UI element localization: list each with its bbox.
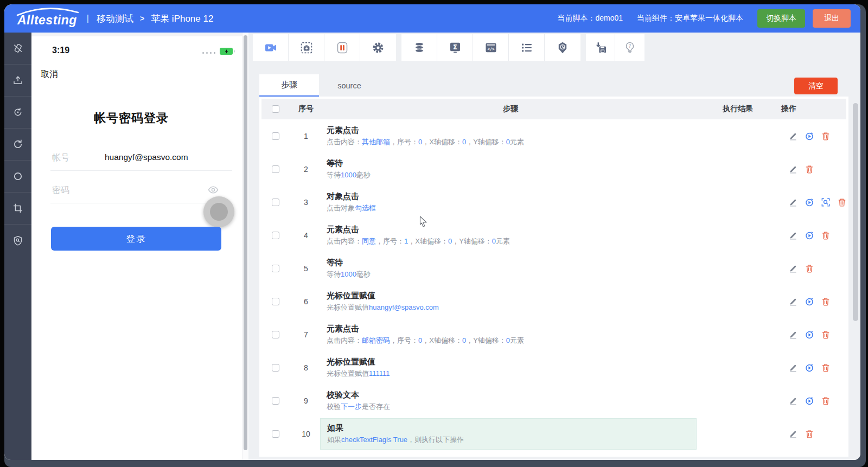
run-step-icon[interactable] <box>805 198 814 207</box>
row-actions <box>781 231 846 240</box>
row-checkbox[interactable] <box>272 199 279 206</box>
edit-step-icon[interactable] <box>789 297 797 306</box>
status-time: 3:19 <box>52 46 69 55</box>
top-header: Alltesting | 移动测试 > 苹果 iPhone 12 当前脚本：de… <box>4 4 860 33</box>
toolbar-list-icon[interactable] <box>509 34 545 61</box>
select-all-checkbox[interactable] <box>272 105 279 113</box>
tab-source[interactable]: source <box>319 74 380 97</box>
sidebar-shield-search-icon[interactable] <box>4 225 31 257</box>
sidebar-refresh-icon[interactable] <box>4 129 31 161</box>
battery-icon <box>220 48 233 55</box>
toolbar-save-import-icon[interactable] <box>586 34 615 61</box>
delete-step-icon[interactable] <box>821 132 830 140</box>
edit-step-icon[interactable] <box>789 198 797 207</box>
edit-step-icon[interactable] <box>789 330 797 339</box>
row-checkbox[interactable] <box>272 430 279 438</box>
phone-scrollbar-thumb[interactable] <box>244 35 247 450</box>
delete-step-icon[interactable] <box>805 264 814 273</box>
svg-text:</>: </> <box>487 46 495 51</box>
delete-step-icon[interactable] <box>805 430 814 438</box>
run-step-icon[interactable] <box>805 231 814 240</box>
toolbar-group-1 <box>253 34 396 61</box>
row-actions <box>781 198 846 207</box>
cancel-link[interactable]: 取消 <box>41 69 58 80</box>
edit-step-icon[interactable] <box>789 363 797 372</box>
step-param-value: 0 <box>506 138 510 146</box>
step-param-value: 1000 <box>341 171 356 179</box>
row-checkbox[interactable] <box>272 331 279 338</box>
password-eye-icon[interactable] <box>208 186 219 196</box>
edit-step-icon[interactable] <box>789 430 797 438</box>
account-value[interactable]: huangyf@spasvo.com <box>105 152 188 162</box>
step-description: 如果checkTextFlagis True，则执行以下操作 <box>327 436 690 444</box>
row-checkbox[interactable] <box>272 132 279 140</box>
toolbar-pause-icon[interactable] <box>324 34 360 61</box>
switch-script-button[interactable]: 切换脚本 <box>757 9 805 28</box>
assistive-touch-button[interactable] <box>203 196 234 227</box>
delete-step-icon[interactable] <box>821 396 830 405</box>
toolbar-record-icon[interactable] <box>253 34 289 61</box>
delete-step-icon[interactable] <box>821 330 830 339</box>
phone-scrollbar[interactable] <box>242 33 248 460</box>
signal-dots-icon <box>202 52 218 54</box>
step-row-8: 8光标位置赋值光标位置赋值111111 <box>261 351 846 384</box>
step-param-text: ，X轴偏移： <box>422 138 462 146</box>
step-row-3: 3对象点击点击对象勾选框 <box>261 185 846 219</box>
toolbar-sum-icon[interactable]: Σ <box>437 34 473 61</box>
clear-button[interactable]: 清空 <box>794 78 838 94</box>
toolbar-time-shield-icon[interactable] <box>545 34 580 61</box>
alltesting-logo[interactable]: Alltesting <box>17 10 77 28</box>
locate-step-icon[interactable] <box>821 198 830 207</box>
step-block: 光标位置赋值光标位置赋值111111 <box>327 357 694 378</box>
row-checkbox[interactable] <box>272 397 279 405</box>
sidebar-crop-icon[interactable] <box>4 193 31 225</box>
tab-steps[interactable]: 步骤 <box>259 74 319 97</box>
toolbar-help-bulb-icon[interactable]: ? <box>615 34 644 61</box>
run-step-icon[interactable] <box>805 396 814 405</box>
delete-step-icon[interactable] <box>821 231 830 240</box>
run-step-icon[interactable] <box>805 297 814 306</box>
step-param-value: 勾选框 <box>355 204 376 212</box>
delete-step-icon[interactable] <box>821 297 830 306</box>
step-param-text: 点击内容： <box>327 237 362 245</box>
row-checkbox[interactable] <box>272 165 279 173</box>
row-checkbox[interactable] <box>272 232 279 239</box>
toolbar-database-icon[interactable] <box>401 34 437 61</box>
row-checkbox[interactable] <box>272 298 279 305</box>
exit-button[interactable]: 退出 <box>813 9 851 28</box>
svg-text:?: ? <box>629 43 631 49</box>
sidebar-upload-icon[interactable] <box>4 65 31 97</box>
edit-step-icon[interactable] <box>789 264 797 273</box>
sidebar-home-circle-icon[interactable] <box>4 161 31 193</box>
login-button[interactable]: 登录 <box>51 227 221 251</box>
edit-step-icon[interactable] <box>789 396 797 405</box>
step-param-text: 等待 <box>327 270 341 278</box>
toolbar-code-icon[interactable]: </> <box>473 34 509 61</box>
delete-step-icon[interactable] <box>805 165 814 174</box>
run-step-icon[interactable] <box>805 330 814 339</box>
run-step-icon[interactable] <box>805 363 814 372</box>
delete-step-icon[interactable] <box>821 363 830 372</box>
edit-step-icon[interactable] <box>789 132 797 140</box>
device-mirror-panel[interactable]: 3:19 取消 帐号密码登录 帐号 huangyf@spasvo.com 密码 … <box>31 33 242 460</box>
delete-step-icon[interactable] <box>838 198 846 207</box>
toolbar-screenshot-icon[interactable] <box>289 34 324 61</box>
step-param-text: 毫秒 <box>356 171 371 179</box>
toolbar-settings-icon[interactable] <box>360 34 396 61</box>
breadcrumb-section[interactable]: 移动测试 <box>97 12 133 25</box>
step-param-text: 如果 <box>327 436 341 444</box>
step-param-text: 元素 <box>496 237 510 245</box>
sidebar-phone-disconnect-icon[interactable] <box>4 33 31 65</box>
main-scrollbar-thumb[interactable] <box>853 103 858 321</box>
step-block: 元素点击点击内容：其他邮箱，序号：0，X轴偏移：0，Y轴偏移：0元素 <box>327 125 694 146</box>
table-header-row: 序号 步骤 执行结果 操作 <box>261 99 846 119</box>
row-checkbox[interactable] <box>272 364 279 372</box>
edit-step-icon[interactable] <box>789 165 797 174</box>
row-index: 5 <box>285 264 327 273</box>
column-result: 执行结果 <box>694 104 781 114</box>
edit-step-icon[interactable] <box>789 231 797 240</box>
sidebar-restart-icon[interactable] <box>4 97 31 129</box>
run-step-icon[interactable] <box>805 132 814 140</box>
row-checkbox[interactable] <box>272 265 279 272</box>
row-actions <box>781 396 846 405</box>
